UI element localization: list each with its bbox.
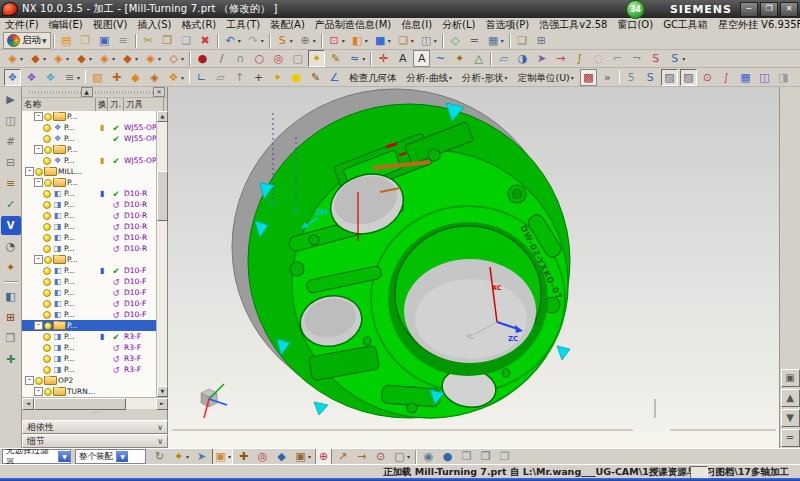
tree-operation-row[interactable]: ◨P...↺R3-F	[22, 353, 158, 364]
menu-item-7[interactable]: 装配(A)	[265, 18, 310, 32]
spline-icon[interactable]: ≈▾	[346, 50, 367, 67]
layout-icon[interactable]: ◫▾	[418, 32, 439, 49]
tree-operation-row[interactable]: ◨P...↺R3-F	[22, 364, 158, 375]
angle-icon[interactable]: ∠	[326, 69, 343, 86]
spline-red-icon[interactable]: ∫	[718, 69, 735, 86]
shaded-view-icon[interactable]: ◧▾	[349, 32, 370, 49]
circle-snap-icon[interactable]: ⊙	[372, 448, 389, 464]
point-xyz-icon[interactable]: ✛	[375, 50, 392, 67]
s-curve-icon[interactable]: S	[642, 69, 659, 86]
hatch-2-icon[interactable]: ▨	[680, 69, 697, 86]
history-icon[interactable]: ◔	[1, 237, 21, 256]
column-header-1[interactable]: 名称	[22, 98, 96, 112]
bridge-curve-icon[interactable]: ◌	[590, 50, 607, 67]
box-purple-icon[interactable]: ◫	[756, 69, 773, 86]
expression-icon[interactable]: =	[466, 32, 483, 49]
menu-item-2[interactable]: 编辑(E)	[44, 18, 88, 32]
menu-item-3[interactable]: 视图(V)	[88, 18, 133, 32]
tree-folder-row[interactable]: -OP2	[22, 375, 158, 386]
menu-item-12[interactable]: 浩强工具v2.58	[534, 18, 612, 32]
dropdown-arrow-icon[interactable]: ▼	[58, 451, 70, 462]
corner-1-icon[interactable]: ⌐	[609, 50, 626, 67]
circle-target-icon[interactable]: ⊙	[699, 69, 716, 86]
copy-icon[interactable]: ❐	[159, 32, 176, 49]
plot-icon[interactable]: ≡	[115, 32, 132, 49]
display-mode-icon[interactable]: ■▾	[372, 32, 393, 49]
arc-icon[interactable]: ∩	[232, 50, 249, 67]
process-studio-icon[interactable]: ✦	[1, 258, 21, 277]
cam-view-1-icon[interactable]: ◈▾	[4, 50, 25, 67]
red-book-icon[interactable]: ▩	[580, 69, 597, 86]
sheet-icon[interactable]: ▱	[495, 50, 512, 67]
tree-operation-row[interactable]: ◧P...↺D10-F	[22, 309, 158, 320]
menu-item-13[interactable]: 窗口(O)	[612, 18, 658, 32]
plus-red-icon[interactable]: ⊕	[315, 448, 332, 464]
menu-item-6[interactable]: 工具(T)	[221, 18, 265, 32]
navigator-pin-button[interactable]: ▲	[81, 87, 93, 97]
corner-2-icon[interactable]: ¬	[628, 50, 645, 67]
navigator-grip[interactable]: ▲ ✕	[22, 87, 167, 98]
select-group-3-icon[interactable]: ❖	[42, 69, 59, 86]
menu-item-15[interactable]: 星空外挂 V6.935F	[713, 18, 800, 32]
reuse-library-icon[interactable]: ≡	[1, 174, 21, 193]
machine-tool-navigator-icon[interactable]: ⊞	[1, 308, 21, 327]
vp-scroll-up-icon[interactable]: ▲	[781, 389, 800, 407]
create-operation-icon[interactable]: ❖▾	[165, 69, 186, 86]
expand-toggle[interactable]: -	[34, 112, 43, 121]
menu-item-11[interactable]: 首选项(P)	[480, 18, 534, 32]
expand-toggle[interactable]: -	[25, 167, 34, 176]
circle-icon[interactable]: ○	[251, 50, 268, 67]
grid-blue-icon[interactable]: ▦	[737, 69, 754, 86]
axis-up-icon[interactable]: ↑	[231, 69, 248, 86]
tree-operation-row[interactable]: ◧P...↺D10-R	[22, 232, 158, 243]
tree-operation-row[interactable]: ◨P...↺R3-F	[22, 342, 158, 353]
delete-icon[interactable]: ✖	[197, 32, 214, 49]
circle-center-icon[interactable]: ◎	[270, 50, 287, 67]
text-icon[interactable]: A	[394, 50, 411, 67]
dropdown-arrow-icon[interactable]: ▼	[116, 451, 128, 462]
sparkle-icon[interactable]: ✦	[269, 69, 286, 86]
graphics-viewport[interactable]: DW-02-YXKD-07 XC YC ZC	[168, 87, 779, 448]
tree-folder-row[interactable]: -P...	[22, 144, 158, 155]
target-icon[interactable]: ◎	[254, 448, 271, 464]
fit-view-icon[interactable]: ⊡▾	[326, 32, 347, 49]
more-1-icon[interactable]: »	[599, 69, 616, 86]
menu-item-5[interactable]: 格式(R)	[177, 18, 222, 32]
cam-view-2-icon[interactable]: ◆▾	[27, 50, 48, 67]
doc-3-icon[interactable]: ❐	[496, 448, 513, 464]
rect-select-icon[interactable]: ▢▾	[391, 448, 412, 464]
tree-operation-row[interactable]: ◧P...↺D10-R	[22, 210, 158, 221]
tree-operation-row[interactable]: ❖P...▮✔WJ55-OP1	[22, 122, 158, 133]
part-navigator-icon[interactable]: ⊟	[1, 153, 21, 172]
tree-operation-row[interactable]: ◨P...↺D10-R	[22, 221, 158, 232]
tree-folder-row[interactable]: -P...	[22, 320, 158, 331]
menu-item-9[interactable]: 信息(I)	[396, 18, 437, 32]
redo-icon[interactable]: ↷▾	[245, 32, 266, 49]
restore-button[interactable]: ❐	[760, 2, 778, 17]
panel-resize-grip[interactable]: ⋯	[22, 408, 168, 420]
tree-operation-row[interactable]: ◧P...↺D10-F	[22, 298, 158, 309]
scrollbar-thumb[interactable]	[157, 171, 168, 221]
template-studio-icon[interactable]: ❒	[1, 329, 21, 348]
hatch-1-icon[interactable]: ▨	[661, 69, 678, 86]
operation-navigator-icon[interactable]: ◧	[1, 287, 21, 306]
profile-icon[interactable]: ✎	[327, 50, 344, 67]
swap-icon[interactable]: ◑	[514, 50, 531, 67]
create-method-icon[interactable]: ◈	[146, 69, 163, 86]
cam-view-8-icon[interactable]: ◇▾	[165, 50, 186, 67]
expand-toggle[interactable]: -	[34, 387, 43, 396]
curve-s2-icon[interactable]: S▾	[666, 50, 687, 67]
tree-operation-row[interactable]: ◨P...▮✔R3-F	[22, 331, 158, 342]
pane-view-icon[interactable]: ❏▾	[395, 32, 416, 49]
tree-operation-row[interactable]: ◧P...▮✔D10-F	[22, 265, 158, 276]
rectangle-icon[interactable]: ▢	[289, 50, 306, 67]
notification-badge[interactable]: 34	[626, 0, 645, 19]
tree-operation-row[interactable]: ❖P...▮✔WJ55-OP1	[22, 155, 158, 166]
line-icon[interactable]: /	[213, 50, 230, 67]
box-gray-icon[interactable]: ◨	[775, 69, 792, 86]
cam-view-4-icon[interactable]: ◆▾	[73, 50, 94, 67]
generate-toolpath-icon[interactable]: ●	[194, 50, 211, 67]
doc-1-icon[interactable]: ❒	[458, 448, 475, 464]
tree-folder-row[interactable]: -P...	[22, 111, 158, 122]
select-group-1-icon[interactable]: ❖	[4, 69, 21, 86]
